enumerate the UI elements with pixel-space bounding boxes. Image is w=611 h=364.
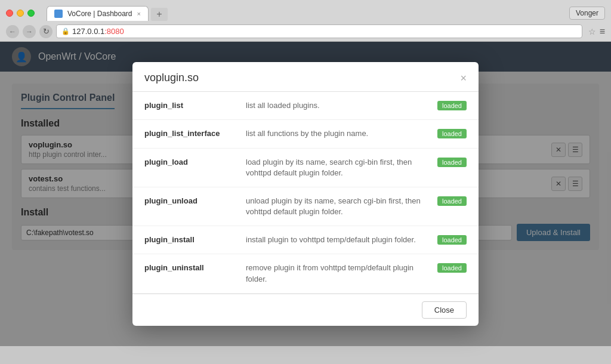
url-text: 127.0.0.1:8080 <box>72 27 124 36</box>
plugin-function-name: plugin_list <box>144 100 234 110</box>
loaded-badge: loaded <box>437 101 467 110</box>
tab-title: VoCore | Dashboard <box>67 10 132 18</box>
menu-icon[interactable]: ≡ <box>600 26 605 37</box>
loaded-badge: loaded <box>437 196 467 206</box>
plugin-function-desc: list all loaded plugins. <box>246 100 425 111</box>
url-bar[interactable]: 🔒 127.0.0.1:8080 <box>56 24 582 38</box>
lock-icon: 🔒 <box>61 27 70 35</box>
modal-header: voplugin.so × <box>132 62 479 92</box>
maximize-window-button[interactable] <box>27 10 35 17</box>
browser-tab[interactable]: VoCore | Dashboard × <box>47 6 149 21</box>
plugin-function-name: plugin_install <box>144 235 234 244</box>
plugin-function-desc: load plugin by its name, search cgi-bin … <box>246 157 425 178</box>
plugin-row-plugin_list: plugin_listlist all loaded plugins.loade… <box>132 92 479 120</box>
plugin-function-name: plugin_unload <box>144 196 234 205</box>
vonger-button[interactable]: Vonger <box>569 7 605 20</box>
modal-footer: Close <box>132 294 479 326</box>
plugin-function-desc: unload plugin by its name, search cgi-bi… <box>246 196 425 217</box>
plugin-row-plugin_unload: plugin_unloadunload plugin by its name, … <box>132 187 479 226</box>
tab-close-button[interactable]: × <box>137 10 141 17</box>
plugin-function-desc: install plugin to vohttpd temp/default p… <box>246 235 425 245</box>
modal-close-x-button[interactable]: × <box>460 73 467 84</box>
title-bar: VoCore | Dashboard × + Vonger <box>0 0 611 21</box>
back-button[interactable]: ← <box>6 25 19 38</box>
plugin-function-name: plugin_uninstall <box>144 263 234 272</box>
minimize-window-button[interactable] <box>17 10 24 17</box>
modal-title: voplugin.so <box>144 72 199 84</box>
browser-chrome: VoCore | Dashboard × + Vonger ← → ↻ 🔒 12… <box>0 0 611 42</box>
loaded-badge: loaded <box>437 235 467 245</box>
modal-body: plugin_listlist all loaded plugins.loade… <box>132 92 479 294</box>
forward-button[interactable]: → <box>23 25 36 38</box>
refresh-button[interactable]: ↻ <box>39 25 53 38</box>
traffic-lights <box>6 10 35 17</box>
plugin-row-plugin_load: plugin_loadload plugin by its name, sear… <box>132 149 479 187</box>
new-tab-button[interactable]: + <box>151 8 168 21</box>
plugin-row-plugin_list_interface: plugin_list_interfacelist all functions … <box>132 120 479 148</box>
page-content: 👤 OpenWrt / VoCore Plugin Control Panel … <box>0 42 611 346</box>
address-bar: ← → ↻ 🔒 127.0.0.1:8080 ☆ ≡ <box>0 21 611 41</box>
bookmark-icon[interactable]: ☆ <box>588 27 596 36</box>
close-window-button[interactable] <box>6 10 13 17</box>
tab-favicon-icon <box>54 10 63 18</box>
plugin-function-name: plugin_load <box>144 157 234 166</box>
plugin-rows: plugin_listlist all loaded plugins.loade… <box>132 92 479 294</box>
loaded-badge: loaded <box>437 158 467 167</box>
loaded-badge: loaded <box>437 129 467 138</box>
plugin-function-desc: list all functions by the plugin name. <box>246 128 425 139</box>
plugin-row-plugin_install: plugin_installinstall plugin to vohttpd … <box>132 226 479 254</box>
plugin-row-plugin_uninstall: plugin_uninstallremove plugin it from vo… <box>132 254 479 293</box>
modal-close-button[interactable]: Close <box>422 301 467 319</box>
modal-overlay: voplugin.so × plugin_listlist all loaded… <box>0 42 611 346</box>
tab-bar: VoCore | Dashboard × + <box>47 6 168 21</box>
plugin-function-desc: remove plugin it from vohttpd temp/defau… <box>246 263 425 284</box>
loaded-badge: loaded <box>437 263 467 273</box>
modal-dialog: voplugin.so × plugin_listlist all loaded… <box>132 62 479 326</box>
plugin-function-name: plugin_list_interface <box>144 128 234 138</box>
